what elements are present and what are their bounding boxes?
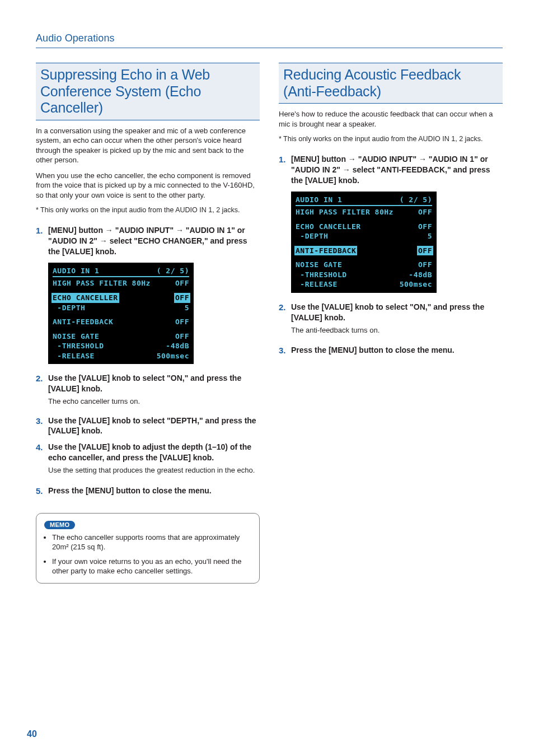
step: 5. Press the [MENU] button to close the … [36, 486, 260, 498]
step: 4. Use the [VALUE] knob to adjust the de… [36, 442, 260, 480]
step-number: 1. [36, 225, 48, 259]
step-number: 2. [36, 373, 48, 412]
step-instruction: Press the [MENU] button to close the men… [48, 486, 260, 496]
step-instruction: Use the [VALUE] knob to select "ON," and… [48, 373, 260, 394]
step-number: 3. [279, 345, 291, 358]
memo-item: The echo canceller supports rooms that a… [52, 533, 251, 552]
step-number: 4. [36, 442, 48, 480]
running-header: Audio Operations [36, 32, 503, 48]
lcd-screenshot: AUDIO IN 1( 2/ 5)HIGH PASS FILTER 80HzOF… [291, 192, 437, 293]
two-column-layout: Suppressing Echo in a Web Conference Sys… [36, 63, 503, 584]
page: Audio Operations Suppressing Echo in a W… [0, 0, 534, 756]
right-column: Reducing Acoustic Feedback (Anti-Feedbac… [279, 63, 503, 584]
section-title-echo-canceller: Suppressing Echo in a Web Conference Sys… [36, 63, 260, 120]
step: 1. [MENU] button → "AUDIO INPUT" → "AUDI… [36, 225, 260, 259]
left-column: Suppressing Echo in a Web Conference Sys… [36, 63, 260, 584]
arrow-right-icon: → [176, 226, 184, 235]
step-number: 2. [279, 302, 291, 340]
step: 1. [MENU] button → "AUDIO INPUT" → "AUDI… [279, 154, 503, 188]
arrow-right-icon: → [343, 165, 350, 174]
step-instruction: Use the [VALUE] knob to adjust the depth… [48, 442, 260, 463]
step: 2. Use the [VALUE] knob to select "ON," … [279, 302, 503, 340]
step-instruction: Use the [VALUE] knob to select "ON," and… [291, 302, 503, 323]
step-number: 3. [36, 416, 48, 439]
arrow-right-icon: → [105, 226, 113, 235]
step-subtext: Use the setting that produces the greate… [48, 465, 260, 475]
step-number: 5. [36, 486, 48, 498]
step-subtext: The anti-feedback turns on. [291, 325, 503, 335]
section-title-anti-feedback: Reducing Acoustic Feedback (Anti-Feedbac… [279, 63, 503, 104]
step-instruction: [MENU] button → "AUDIO INPUT" → "AUDIO I… [48, 225, 260, 257]
page-number: 40 [27, 729, 37, 739]
footnote: * This only works on the input audio fro… [36, 206, 260, 215]
step-instruction: [MENU] button → "AUDIO INPUT" → "AUDIO I… [291, 154, 503, 186]
step-instruction: Use the [VALUE] knob to select "DEPTH," … [48, 416, 260, 437]
step: 3. Press the [MENU] button to close the … [279, 345, 503, 358]
arrow-right-icon: → [100, 236, 107, 245]
memo-box: MEMO The echo canceller supports rooms t… [36, 513, 260, 584]
step-number: 1. [279, 154, 291, 188]
footnote: * This only works on the input audio fro… [279, 134, 503, 144]
step: 3. Use the [VALUE] knob to select "DEPTH… [36, 416, 260, 439]
memo-list: The echo canceller supports rooms that a… [44, 533, 251, 576]
intro-paragraph: When you use the echo canceller, the ech… [36, 171, 260, 200]
memo-tag: MEMO [44, 521, 75, 529]
intro-paragraph: In a conversation using the speaker and … [36, 126, 260, 165]
lcd-screenshot: AUDIO IN 1( 2/ 5)HIGH PASS FILTER 80HzOF… [48, 263, 194, 364]
step-instruction: Press the [MENU] button to close the men… [291, 345, 503, 356]
step-subtext: The echo canceller turns on. [48, 396, 260, 407]
arrow-right-icon: → [348, 155, 356, 164]
step: 2. Use the [VALUE] knob to select "ON," … [36, 373, 260, 412]
arrow-right-icon: → [419, 155, 427, 164]
intro-paragraph: Here's how to reduce the acoustic feedba… [279, 109, 503, 129]
memo-item: If your own voice returns to you as an e… [52, 557, 251, 576]
